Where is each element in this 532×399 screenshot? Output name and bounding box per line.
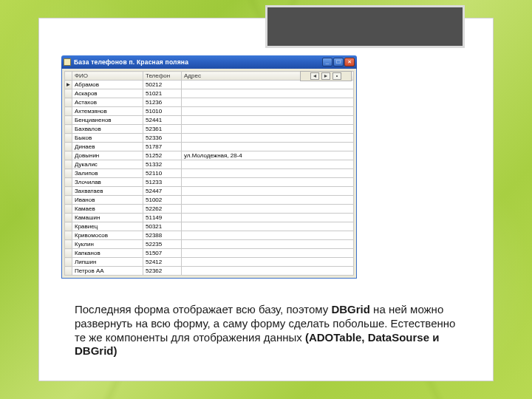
nav-next-button[interactable]: ►	[321, 72, 330, 80]
close-button[interactable]: ×	[344, 58, 355, 66]
cell-addr[interactable]	[182, 187, 354, 196]
maximize-button[interactable]: □	[333, 58, 344, 66]
table-row[interactable]: Злочилав51233	[65, 178, 354, 187]
cell-addr[interactable]	[182, 160, 354, 169]
cell-addr[interactable]	[182, 240, 354, 249]
db-navigator[interactable]: ◄ ► •	[300, 71, 352, 81]
cell-addr[interactable]	[182, 89, 354, 98]
cell-addr[interactable]	[182, 98, 354, 107]
table-row[interactable]: Ахтемзянов51010	[65, 107, 354, 116]
cell-addr[interactable]	[182, 258, 354, 267]
minimize-button[interactable]: _	[322, 58, 332, 66]
cell-tel[interactable]: 51507	[143, 249, 182, 258]
window-titlebar[interactable]: База телефонов п. Красная поляна _ □ ×	[61, 55, 357, 69]
cell-addr[interactable]	[182, 134, 354, 143]
cell-tel[interactable]: 51236	[143, 98, 182, 107]
cell-tel[interactable]: 52412	[143, 258, 182, 267]
cell-addr[interactable]	[182, 231, 354, 240]
table-row[interactable]: Динаев51787	[65, 143, 354, 151]
table-row[interactable]: Кривомосов52388	[65, 231, 354, 240]
cell-addr[interactable]	[182, 249, 354, 258]
cell-tel[interactable]: 52447	[143, 187, 182, 196]
table-row[interactable]: Куклин52235	[65, 240, 354, 249]
db-grid[interactable]: ФИО Телефон Адрес ►Абрамов50212Аскаров51…	[64, 71, 354, 276]
table-row[interactable]: Быков52336	[65, 134, 354, 143]
cell-fio[interactable]: Иванов	[72, 196, 143, 205]
cell-fio[interactable]: Камаев	[72, 205, 143, 214]
table-row[interactable]: Петров АА52362	[65, 267, 354, 276]
cell-tel[interactable]: 52110	[143, 169, 182, 178]
cell-tel[interactable]: 51332	[143, 160, 182, 169]
cell-fio[interactable]: Быков	[72, 134, 143, 143]
cell-fio[interactable]: Кривомосов	[72, 231, 143, 240]
table-row[interactable]: Астахов51236	[65, 98, 354, 107]
table-row[interactable]: Аскаров51021	[65, 89, 354, 98]
cell-addr[interactable]	[182, 196, 354, 205]
table-row[interactable]: Захватаев52447	[65, 187, 354, 196]
cell-fio[interactable]: Липшин	[72, 258, 143, 267]
cell-fio[interactable]: Злочилав	[72, 178, 143, 187]
table-row[interactable]: Довынин51252ул.Молодежная, 28-4	[65, 151, 354, 160]
cell-fio[interactable]: Довынин	[72, 151, 143, 160]
table-row[interactable]: Залипов52110	[65, 169, 354, 178]
cell-addr[interactable]: ул.Молодежная, 28-4	[182, 151, 354, 160]
table-row[interactable]: Кравиец50321	[65, 222, 354, 231]
cell-fio[interactable]: Дукалис	[72, 160, 143, 169]
cell-addr[interactable]	[182, 178, 354, 187]
cell-fio[interactable]: Куклин	[72, 240, 143, 249]
cell-fio[interactable]: Бенцианенов	[72, 116, 143, 125]
cell-tel[interactable]: 50321	[143, 222, 182, 231]
cell-tel[interactable]: 52441	[143, 116, 182, 125]
cell-addr[interactable]	[182, 169, 354, 178]
cell-tel[interactable]: 51002	[143, 196, 182, 205]
table-row[interactable]: Бахвалов52361	[65, 125, 354, 134]
cell-fio[interactable]: Аскаров	[72, 89, 143, 98]
cell-tel[interactable]: 52388	[143, 231, 182, 240]
cell-fio[interactable]: Кравиец	[72, 222, 143, 231]
nav-last-button[interactable]: •	[332, 72, 341, 80]
table-row[interactable]: ►Абрамов50212	[65, 81, 354, 89]
cell-tel[interactable]: 51252	[143, 151, 182, 160]
cell-addr[interactable]	[182, 81, 354, 89]
cell-tel[interactable]: 51021	[143, 89, 182, 98]
cell-fio[interactable]: Динаев	[72, 143, 143, 151]
cell-fio[interactable]: Абрамов	[72, 81, 143, 89]
table-row[interactable]: Камаев52262	[65, 205, 354, 214]
col-header-tel[interactable]: Телефон	[143, 72, 182, 81]
cell-addr[interactable]	[182, 267, 354, 276]
cell-tel[interactable]: 51149	[143, 214, 182, 222]
cell-tel[interactable]: 52361	[143, 125, 182, 134]
table-row[interactable]: Липшин52412	[65, 258, 354, 267]
cell-fio[interactable]: Ахтемзянов	[72, 107, 143, 116]
cell-fio[interactable]: Астахов	[72, 98, 143, 107]
cell-tel[interactable]: 52336	[143, 134, 182, 143]
cell-addr[interactable]	[182, 107, 354, 116]
table-row[interactable]: Капканов51507	[65, 249, 354, 258]
table-row[interactable]: Бенцианенов52441	[65, 116, 354, 125]
cell-addr[interactable]	[182, 125, 354, 134]
cell-fio[interactable]: Камашин	[72, 214, 143, 222]
table-row[interactable]: Дукалис51332	[65, 160, 354, 169]
cell-tel[interactable]: 52235	[143, 240, 182, 249]
cell-fio[interactable]: Залипов	[72, 169, 143, 178]
cell-fio[interactable]: Бахвалов	[72, 125, 143, 134]
cell-tel[interactable]: 52362	[143, 267, 182, 276]
cell-addr[interactable]	[182, 116, 354, 125]
cell-tel[interactable]: 51787	[143, 143, 182, 151]
cell-tel[interactable]: 50212	[143, 81, 182, 89]
cell-addr[interactable]	[182, 205, 354, 214]
table-row[interactable]: Камашин51149	[65, 214, 354, 222]
cell-tel[interactable]: 51010	[143, 107, 182, 116]
cell-fio[interactable]: Капканов	[72, 249, 143, 258]
cell-fio[interactable]: Захватаев	[72, 187, 143, 196]
cell-fio[interactable]: Петров АА	[72, 267, 143, 276]
cell-tel[interactable]: 51233	[143, 178, 182, 187]
cell-addr[interactable]	[182, 143, 354, 151]
cell-addr[interactable]	[182, 222, 354, 231]
col-header-fio[interactable]: ФИО	[72, 72, 143, 81]
table-row[interactable]: Иванов51002	[65, 196, 354, 205]
nav-prev-button[interactable]: ◄	[310, 72, 319, 80]
row-marker	[65, 169, 72, 178]
cell-addr[interactable]	[182, 214, 354, 222]
cell-tel[interactable]: 52262	[143, 205, 182, 214]
